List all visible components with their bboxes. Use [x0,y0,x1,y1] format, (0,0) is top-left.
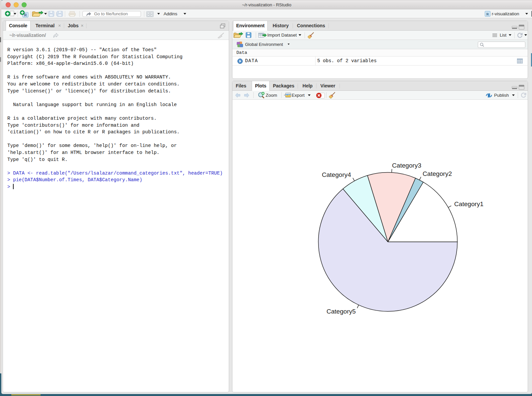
svg-text:R: R [486,12,489,16]
svg-text:Category4: Category4 [322,171,351,178]
svg-text:Category2: Category2 [423,170,452,177]
svg-text:Category3: Category3 [392,162,421,169]
svg-text:Category1: Category1 [454,200,483,207]
svg-text:Category5: Category5 [327,308,356,315]
